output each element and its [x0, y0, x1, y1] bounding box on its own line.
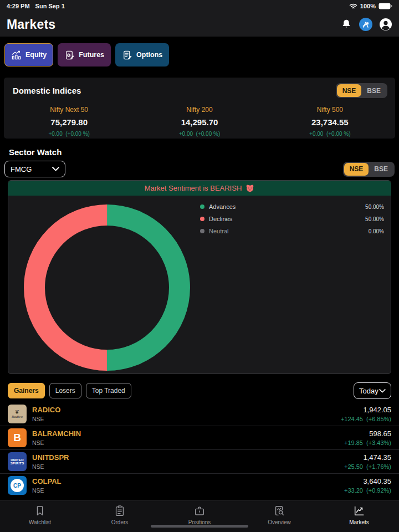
- legend-label: Neutral: [209, 228, 369, 234]
- sentiment-text: Market Sentiment is BEARISH: [145, 184, 242, 192]
- wifi-icon: [349, 3, 357, 9]
- stock-exchange: NSE: [32, 463, 44, 470]
- domestic-nse-toggle[interactable]: NSE: [337, 84, 362, 97]
- nav-label: Orders: [111, 519, 129, 525]
- app-assistant-button[interactable]: [359, 18, 372, 31]
- filter-losers-button[interactable]: Losers: [49, 383, 81, 398]
- home-indicator[interactable]: [151, 525, 248, 528]
- top-bar: 4:29 PM Sun Sep 1 100%: [0, 0, 399, 37]
- logo-text: Radico: [12, 415, 23, 419]
- filter-top-traded-button[interactable]: Top Traded: [86, 383, 131, 398]
- stock-logo: UNITED SPIRITS: [8, 452, 27, 471]
- legend-value: 50.00%: [365, 204, 384, 210]
- stock-logo: ❦ Radico: [8, 405, 27, 423]
- nav-label: Watchlist: [29, 519, 51, 525]
- nav-label: Overview: [268, 519, 291, 525]
- bell-icon: [340, 18, 352, 30]
- chevron-down-icon: [52, 167, 59, 171]
- legend-value: 50.00%: [365, 216, 384, 222]
- tab-equity[interactable]: Equity: [4, 43, 53, 66]
- stock-logo: CP: [8, 476, 27, 495]
- chart-legend: Advances 50.00% Declines 50.00% Neutral …: [200, 201, 384, 237]
- neutral-dot-icon: [200, 229, 204, 233]
- stock-row-radico[interactable]: ❦ Radico RADICO NSE 1,942.05 +124.45 (+6…: [0, 402, 399, 426]
- status-bar: 4:29 PM Sun Sep 1 100%: [0, 0, 399, 12]
- stock-symbol: COLPAL: [32, 477, 61, 485]
- nav-overview[interactable]: Overview: [239, 501, 319, 532]
- index-name: Nifty 500: [265, 106, 395, 114]
- instrument-tabs: Equity Futures Options: [4, 43, 169, 66]
- stock-price: 1,474.35: [363, 453, 391, 462]
- stock-row-balramchin[interactable]: B BALRAMCHIN NSE 598.65 +19.85 (+3.43%): [0, 426, 399, 450]
- domestic-indices-title: Domestic Indices: [13, 86, 81, 95]
- advances-dot-icon: [200, 204, 204, 209]
- clipboard-icon: [114, 505, 126, 517]
- index-value: 23,734.55: [265, 117, 395, 127]
- index-change: +0.00 (+0.00 %): [134, 131, 264, 137]
- status-date: Sun Sep 1: [35, 3, 65, 9]
- stock-change: +19.85 (+3.43%): [344, 439, 391, 446]
- index-change: +0.00 (+0.00 %): [265, 131, 395, 137]
- domestic-bse-toggle[interactable]: BSE: [361, 84, 386, 97]
- tab-futures-label: Futures: [79, 51, 104, 59]
- index-tile[interactable]: Nifty Next 50 75,279.80 +0.00 (+0.00 %): [4, 106, 134, 137]
- sector-controls: FMCG NSE BSE: [4, 161, 395, 177]
- legend-label: Declines: [209, 216, 365, 222]
- sector-select[interactable]: FMCG: [4, 161, 65, 177]
- stock-symbol: UNITDSPR: [32, 453, 69, 462]
- stock-exchange: NSE: [32, 487, 44, 494]
- period-select[interactable]: Today: [354, 382, 391, 399]
- legend-value: 0.00%: [369, 228, 384, 234]
- sector-bse-toggle[interactable]: BSE: [369, 163, 393, 176]
- legend-row-neutral: Neutral 0.00%: [200, 225, 384, 237]
- options-doc-pencil-icon: [122, 50, 132, 60]
- bear-icon: [245, 184, 254, 193]
- tab-futures[interactable]: Futures: [58, 43, 111, 66]
- futures-doc-gear-icon: [64, 50, 75, 60]
- legend-label: Advances: [209, 203, 365, 210]
- sector-nse-toggle[interactable]: NSE: [344, 163, 369, 176]
- gainers-list: ❦ Radico RADICO NSE 1,942.05 +124.45 (+6…: [0, 402, 399, 498]
- notifications-button[interactable]: [340, 18, 352, 30]
- profile-avatar-icon: [379, 18, 392, 31]
- stock-change: +124.45 (+6.85%): [341, 416, 391, 422]
- profile-button[interactable]: [379, 18, 392, 31]
- sector-exchange-toggle: NSE BSE: [343, 162, 395, 177]
- stock-price: 1,942.05: [363, 406, 391, 414]
- doc-search-icon: [273, 505, 285, 517]
- nav-label: Markets: [349, 519, 369, 525]
- nav-watchlist[interactable]: Watchlist: [0, 501, 80, 532]
- stock-exchange: NSE: [32, 439, 44, 446]
- stock-row-colpal[interactable]: CP COLPAL NSE 3,640.35 +33.20 (+0.92%): [0, 474, 399, 498]
- tab-options[interactable]: Options: [115, 43, 169, 66]
- stock-symbol: RADICO: [32, 406, 60, 414]
- sector-sentiment-card: Market Sentiment is BEARISH Advances 50.…: [8, 180, 391, 374]
- page-header: Markets: [0, 12, 399, 37]
- legend-row-advances: Advances 50.00%: [200, 201, 384, 213]
- sector-watch-title: Sector Watch: [9, 147, 62, 157]
- domestic-indices-card: Domestic Indices NSE BSE Nifty Next 50 7…: [4, 78, 395, 139]
- bookmark-icon: [34, 505, 46, 517]
- period-select-value: Today: [359, 387, 378, 395]
- nav-markets[interactable]: Markets: [319, 501, 399, 532]
- index-tile[interactable]: Nifty 500 23,734.55 +0.00 (+0.00 %): [265, 106, 395, 137]
- app-logo-icon: [359, 18, 372, 31]
- battery-icon: [378, 3, 392, 9]
- stock-symbol: BALRAMCHIN: [32, 429, 81, 438]
- index-name: Nifty 200: [134, 106, 264, 114]
- logo-text: CP: [11, 479, 24, 492]
- tab-equity-label: Equity: [25, 51, 47, 59]
- status-time: 4:29 PM: [7, 3, 30, 9]
- chevron-down-icon: [379, 389, 386, 393]
- stock-row-unitdspr[interactable]: UNITED SPIRITS UNITDSPR NSE 1,474.35 +25…: [0, 450, 399, 474]
- domestic-exchange-toggle: NSE BSE: [336, 83, 387, 98]
- logo-text: UNITED SPIRITS: [9, 458, 25, 466]
- stock-change: +25.50 (+1.76%): [344, 463, 391, 470]
- index-value: 14,295.70: [134, 117, 264, 127]
- briefcase-icon: [193, 505, 206, 517]
- declines-dot-icon: [200, 217, 204, 221]
- index-tile[interactable]: Nifty 200 14,295.70 +0.00 (+0.00 %): [134, 106, 264, 137]
- stock-exchange: NSE: [32, 416, 44, 422]
- filter-gainers-button[interactable]: Gainers: [8, 383, 45, 398]
- nav-orders[interactable]: Orders: [80, 501, 160, 532]
